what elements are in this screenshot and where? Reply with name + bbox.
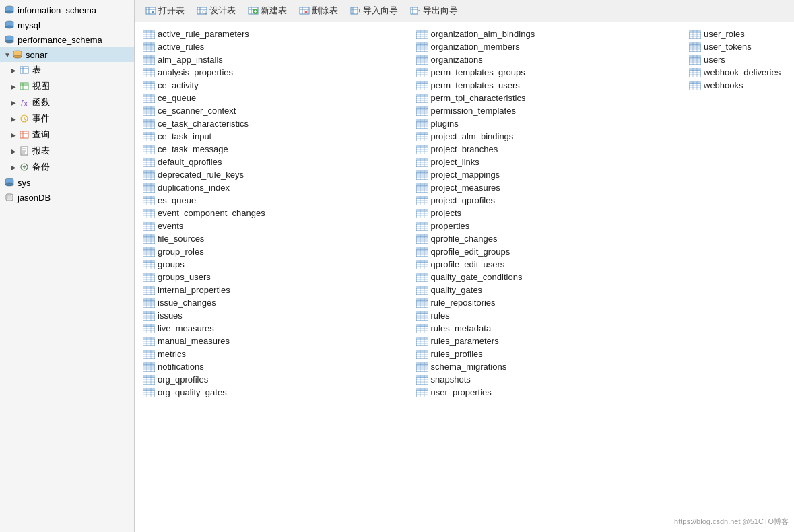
- table-item[interactable]: internal_properties: [140, 284, 413, 296]
- table-item[interactable]: project_mappings: [413, 168, 687, 181]
- table-item[interactable]: user_roles: [686, 28, 794, 40]
- table-icon: [143, 388, 155, 397]
- table-item[interactable]: notifications: [140, 360, 413, 373]
- table-item[interactable]: manual_measures: [140, 335, 413, 347]
- table-item[interactable]: active_rule_parameters: [140, 28, 413, 40]
- table-item[interactable]: plugins: [413, 117, 687, 130]
- svg-rect-480: [689, 30, 701, 32]
- table-item[interactable]: issues: [140, 309, 413, 322]
- table-item[interactable]: user_properties: [413, 386, 687, 399]
- svg-rect-291: [416, 55, 428, 58]
- table-item[interactable]: ce_scanner_context: [140, 104, 413, 117]
- table-item[interactable]: webhooks: [686, 79, 794, 92]
- table-item[interactable]: qprofile_edit_groups: [413, 245, 687, 258]
- table-item[interactable]: project_measures: [413, 181, 687, 194]
- table-item[interactable]: perm_tpl_characteristics: [413, 92, 687, 104]
- table-item[interactable]: active_rules: [140, 40, 413, 53]
- table-item[interactable]: ce_task_input: [140, 130, 413, 143]
- table-item[interactable]: default_qprofiles: [140, 156, 413, 168]
- table-item[interactable]: alm_app_installs: [140, 53, 413, 66]
- sidebar-item-mysql[interactable]: mysql: [0, 18, 134, 32]
- table-icon: [416, 350, 428, 359]
- table-icon: [143, 183, 155, 193]
- svg-rect-340: [416, 145, 428, 147]
- sidebar-item-sonar[interactable]: ▼ sonar: [0, 47, 134, 62]
- sidebar-item-events[interactable]: ▶ 事件: [0, 110, 134, 127]
- table-item[interactable]: rules: [413, 309, 687, 322]
- delete-table-button[interactable]: 删除表: [294, 3, 343, 19]
- table-item[interactable]: project_qprofiles: [413, 194, 687, 207]
- table-item[interactable]: qprofile_edit_users: [413, 258, 687, 271]
- table-item[interactable]: events: [140, 220, 413, 232]
- table-item[interactable]: qprofile_changes: [413, 232, 687, 245]
- table-item[interactable]: group_roles: [140, 245, 413, 258]
- sidebar-item-jasonDB[interactable]: jasonDB: [0, 190, 134, 205]
- table-icon: [416, 298, 428, 308]
- table-item[interactable]: quality_gate_conditions: [413, 271, 687, 284]
- open-table-button[interactable]: 打开表: [140, 3, 190, 19]
- svg-rect-31: [20, 131, 28, 138]
- svg-rect-431: [416, 311, 428, 314]
- table-item[interactable]: project_links: [413, 156, 687, 168]
- table-item[interactable]: organization_alm_bindings: [413, 28, 687, 40]
- sidebar-item-tables[interactable]: ▶ 表: [0, 62, 134, 78]
- sidebar-item-backup[interactable]: ▶ 备份: [0, 159, 134, 175]
- sidebar-item-views[interactable]: ▶ 视图: [0, 78, 134, 94]
- table-item[interactable]: ce_task_message: [140, 143, 413, 156]
- sidebar-item-performance_schema[interactable]: performance_schema: [0, 32, 134, 47]
- new-table-button[interactable]: 新建表: [242, 3, 292, 19]
- table-icon: [143, 119, 155, 129]
- table-item[interactable]: rules_profiles: [413, 347, 687, 360]
- table-name: events: [158, 221, 183, 231]
- table-item[interactable]: quality_gates: [413, 284, 687, 296]
- table-item[interactable]: project_branches: [413, 143, 687, 156]
- sidebar-item-reports[interactable]: ▶ 报表: [0, 143, 134, 159]
- table-name: active_rule_parameters: [158, 29, 249, 39]
- table-item[interactable]: org_quality_gates: [140, 386, 413, 399]
- table-item[interactable]: rules_parameters: [413, 335, 687, 347]
- table-item[interactable]: live_measures: [140, 322, 413, 335]
- svg-rect-263: [143, 375, 155, 378]
- table-item[interactable]: groups: [140, 258, 413, 271]
- table-item[interactable]: users: [686, 53, 794, 66]
- export-button[interactable]: 导出向导: [405, 3, 463, 19]
- table-item[interactable]: project_alm_bindings: [413, 130, 687, 143]
- sidebar-item-sys[interactable]: sys: [0, 175, 134, 190]
- table-item[interactable]: perm_templates_users: [413, 79, 687, 92]
- table-item[interactable]: es_queue: [140, 194, 413, 207]
- svg-rect-47: [146, 7, 156, 14]
- table-item[interactable]: duplications_index: [140, 181, 413, 194]
- table-item[interactable]: properties: [413, 220, 687, 232]
- table-item[interactable]: projects: [413, 207, 687, 220]
- table-item[interactable]: issue_changes: [140, 296, 413, 309]
- table-item[interactable]: groups_users: [140, 271, 413, 284]
- table-icon: [143, 196, 155, 205]
- design-table-button[interactable]: 设计表: [191, 3, 241, 19]
- svg-rect-312: [416, 94, 428, 96]
- table-item[interactable]: permission_templates: [413, 104, 687, 117]
- table-item[interactable]: org_qprofiles: [140, 373, 413, 386]
- table-name: rules_profiles: [431, 349, 483, 359]
- sidebar-item-functions[interactable]: ▶ f x 函数: [0, 94, 134, 110]
- sidebar-item-information_schema[interactable]: information_schema: [0, 3, 134, 18]
- table-item[interactable]: metrics: [140, 347, 413, 360]
- table-item[interactable]: perm_templates_groups: [413, 66, 687, 79]
- table-item[interactable]: ce_task_characteristics: [140, 117, 413, 130]
- table-item[interactable]: schema_migrations: [413, 360, 687, 373]
- table-item[interactable]: rule_repositories: [413, 296, 687, 309]
- import-button[interactable]: 导入向导: [345, 3, 403, 19]
- table-item[interactable]: organizations: [413, 53, 687, 66]
- table-item[interactable]: snapshots: [413, 373, 687, 386]
- table-item[interactable]: deprecated_rule_keys: [140, 168, 413, 181]
- table-item[interactable]: webhook_deliveries: [686, 66, 794, 79]
- table-item[interactable]: ce_queue: [140, 92, 413, 104]
- table-item[interactable]: organization_members: [413, 40, 687, 53]
- table-item[interactable]: file_sources: [140, 232, 413, 245]
- delete-table-icon: [299, 5, 310, 16]
- table-item[interactable]: rules_metadata: [413, 322, 687, 335]
- table-item[interactable]: analysis_properties: [140, 66, 413, 79]
- table-item[interactable]: ce_activity: [140, 79, 413, 92]
- table-item[interactable]: event_component_changes: [140, 207, 413, 220]
- sidebar-item-queries[interactable]: ▶ 查询: [0, 127, 134, 143]
- table-item[interactable]: user_tokens: [686, 40, 794, 53]
